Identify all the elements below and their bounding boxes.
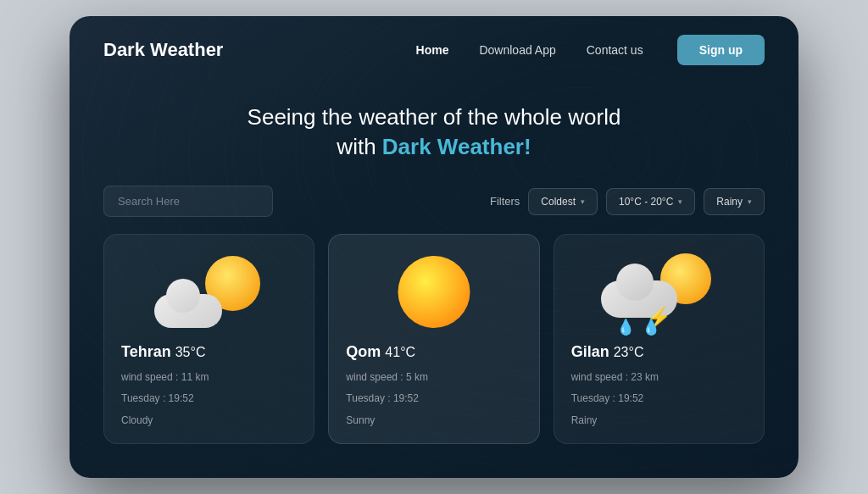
time-qom: Tuesday : 19:52 (346, 391, 521, 407)
controls-bar: Search Here Filters Coldest ▾ 10°C - 20°… (70, 169, 798, 234)
nav-links: Home Download App Contact us (416, 43, 643, 57)
nav-contact[interactable]: Contact us (587, 43, 643, 57)
wind-speed-tehran: wind speed : 11 km (121, 369, 297, 386)
weather-icon-cloudy (150, 252, 269, 336)
filter-temp-label: 10°C - 20°C (619, 196, 673, 208)
wind-speed-Gilan: wind speed : 23 km (571, 369, 747, 386)
hero-section: Seeing the weather of the whole world wi… (70, 84, 798, 169)
filter-temp-range[interactable]: 10°C - 20°C ▾ (606, 188, 695, 215)
filter-coldest[interactable]: Coldest ▾ (528, 188, 598, 215)
hero-brand: Dark Weather! (382, 134, 531, 159)
card-qom[interactable]: Qom 41°C wind speed : 5 km Tuesday : 19:… (328, 234, 539, 443)
chevron-down-icon: ▾ (678, 197, 682, 206)
weather-type-tehran: Cloudy (121, 414, 297, 426)
raindrop-icon: 💧 (642, 318, 660, 336)
chevron-down-icon: ▾ (581, 197, 585, 206)
cards-area: Tehran 35°C wind speed : 11 km Tuesday :… (70, 234, 798, 477)
rain-drops: 💧 💧 (616, 318, 660, 336)
wind-speed-qom: wind speed : 5 km (346, 369, 521, 386)
city-name-Gilan: Gilan 23°C (571, 343, 747, 361)
app-container: Dark Weather Home Download App Contact u… (70, 16, 798, 477)
raindrop-icon: 💧 (616, 318, 635, 336)
weather-icon-sunny (375, 252, 493, 336)
weather-icon-rainy: ⚡ 💧 💧 (599, 252, 718, 336)
nav-download[interactable]: Download App (479, 43, 555, 57)
weather-type-Gilan: Rainy (571, 414, 747, 426)
signup-button[interactable]: Sign up (677, 35, 765, 65)
navbar: Dark Weather Home Download App Contact u… (70, 16, 798, 84)
hero-title-line1: Seeing the weather of the whole world (103, 101, 765, 134)
search-input[interactable]: Search Here (103, 186, 273, 217)
card-Gilan[interactable]: ⚡ 💧 💧 Gilan 23°C wind speed : 23 km Tues… (554, 234, 765, 443)
filters-area: Filters Coldest ▾ 10°C - 20°C ▾ Rainy ▾ (490, 188, 765, 215)
filter-coldest-label: Coldest (541, 196, 576, 208)
app-logo: Dark Weather (103, 39, 223, 61)
nav-home[interactable]: Home (416, 43, 449, 57)
chevron-down-icon: ▾ (748, 197, 752, 206)
hero-title-line2: with Dark Weather! (103, 134, 765, 160)
city-name-qom: Qom 41°C (346, 343, 521, 361)
filter-weather-type[interactable]: Rainy ▾ (704, 188, 765, 215)
filters-label: Filters (490, 195, 520, 208)
hero-title-prefix: with (337, 134, 381, 159)
weather-type-qom: Sunny (346, 414, 521, 426)
time-Gilan: Tuesday : 19:52 (571, 391, 747, 407)
city-name-tehran: Tehran 35°C (121, 343, 297, 361)
card-tehran[interactable]: Tehran 35°C wind speed : 11 km Tuesday :… (103, 234, 314, 443)
time-tehran: Tuesday : 19:52 (121, 391, 297, 407)
filter-weather-label: Rainy (716, 196, 743, 208)
